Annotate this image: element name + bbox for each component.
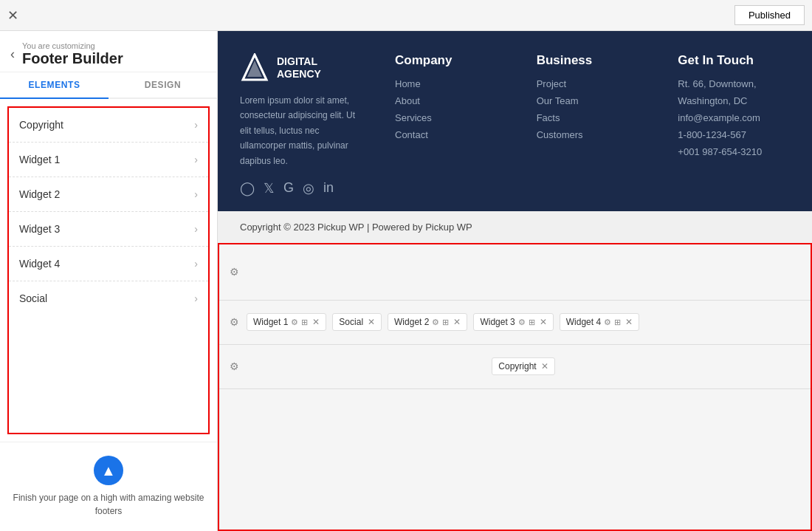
main-layout: ‹ You are customizing Footer Builder ELE…: [0, 31, 812, 531]
element-widget3[interactable]: Widget 3 ›: [9, 212, 208, 247]
facebook-icon[interactable]: ◯: [240, 180, 255, 196]
builder-row1-empty: [247, 252, 800, 292]
chip-widget1[interactable]: Widget 1 ⚙ ⊞ ✕: [247, 313, 326, 331]
tab-design[interactable]: DESIGN: [109, 72, 217, 97]
chip-social[interactable]: Social ✕: [332, 313, 382, 331]
close-button[interactable]: ✕: [7, 7, 18, 24]
chip-widget2-grid-icon[interactable]: ⊞: [442, 318, 449, 327]
footer-col-contact: Get In Touch Rt. 66, Downtown, Washingto…: [678, 53, 790, 157]
promo-icon: ▲: [94, 456, 123, 485]
link-services[interactable]: Services: [395, 112, 507, 123]
panel-footer-promo: ▲ Finish your page on a high with amazin…: [0, 442, 217, 531]
left-panel: ‹ You are customizing Footer Builder ELE…: [0, 31, 218, 531]
panel-tabs: ELEMENTS DESIGN: [0, 72, 217, 99]
chip-widget1-gear-icon[interactable]: ⚙: [291, 318, 298, 327]
chip-widget2-close-icon[interactable]: ✕: [453, 317, 461, 327]
element-widget4[interactable]: Widget 4 ›: [9, 247, 208, 281]
chevron-right-icon: ›: [194, 188, 198, 200]
copyright-text: Copyright © 2023 Pickup WP | Powered by …: [240, 222, 472, 233]
chevron-right-icon: ›: [194, 119, 198, 131]
chip-widget3-close-icon[interactable]: ✕: [540, 317, 547, 327]
panel-header-text: You are customizing Footer Builder: [22, 41, 123, 67]
footer-brand: DIGITALAGENCY Lorem ipsum dolor sit amet…: [240, 53, 365, 196]
footer-preview: DIGITALAGENCY Lorem ipsum dolor sit amet…: [218, 31, 812, 211]
footer-col-title-business: Business: [537, 53, 649, 68]
builder-row3-content: Copyright ✕: [247, 357, 800, 375]
footer-desc: Lorem ipsum dolor sit amet, consectetur …: [240, 93, 365, 168]
chip-widget1-close-icon[interactable]: ✕: [312, 317, 320, 327]
instagram-icon[interactable]: ◎: [303, 180, 314, 196]
element-widget1[interactable]: Widget 1 ›: [9, 143, 208, 177]
element-copyright[interactable]: Copyright ›: [9, 108, 208, 143]
logo-text: DIGITALAGENCY: [277, 55, 321, 80]
panel-title: Footer Builder: [22, 50, 123, 67]
row2-gear-icon[interactable]: ⚙: [230, 316, 239, 328]
link-facts[interactable]: Facts: [537, 112, 649, 123]
footer-col-company: Company Home About Services Contact: [395, 53, 507, 140]
chip-widget4-close-icon[interactable]: ✕: [625, 317, 633, 327]
chip-widget4-gear-icon[interactable]: ⚙: [604, 318, 611, 327]
chip-widget2[interactable]: Widget 2 ⚙ ⊞ ✕: [388, 313, 467, 331]
chip-copyright-close-icon[interactable]: ✕: [541, 361, 548, 371]
link-customers[interactable]: Customers: [537, 129, 649, 140]
chip-widget4-label: Widget 4: [566, 317, 601, 327]
published-button[interactable]: Published: [734, 5, 805, 25]
row3-gear-icon[interactable]: ⚙: [230, 360, 239, 372]
element-social[interactable]: Social ›: [9, 281, 208, 315]
footer-col-links-company: Home About Services Contact: [395, 78, 507, 140]
chip-widget4-grid-icon[interactable]: ⊞: [614, 318, 621, 327]
footer-logo: DIGITALAGENCY: [240, 53, 365, 83]
footer-col-business: Business Project Our Team Facts Customer…: [537, 53, 649, 140]
link-contact[interactable]: Contact: [395, 129, 507, 140]
contact-email: info@example.com: [678, 112, 790, 123]
footer-col-title-contact: Get In Touch: [678, 53, 790, 68]
row1-gear-icon[interactable]: ⚙: [230, 266, 239, 278]
top-bar: ✕ Published: [0, 0, 812, 31]
chevron-right-icon: ›: [194, 223, 198, 235]
contact-phone1: 1-800-1234-567: [678, 129, 790, 140]
twitter-icon[interactable]: 𝕏: [264, 180, 275, 196]
chip-social-label: Social: [339, 317, 363, 327]
link-project[interactable]: Project: [537, 78, 649, 89]
chip-widget1-grid-icon[interactable]: ⊞: [301, 318, 308, 327]
link-home[interactable]: Home: [395, 78, 507, 89]
builder-row-1: ⚙: [219, 244, 811, 301]
element-widget2[interactable]: Widget 2 ›: [9, 177, 208, 212]
link-about[interactable]: About: [395, 95, 507, 106]
chevron-right-icon: ›: [194, 292, 198, 304]
footer-col-title-company: Company: [395, 53, 507, 68]
chip-widget3[interactable]: Widget 3 ⚙ ⊞ ✕: [473, 313, 553, 331]
copyright-bar: Copyright © 2023 Pickup WP | Powered by …: [218, 211, 812, 243]
right-content: DIGITALAGENCY Lorem ipsum dolor sit amet…: [218, 31, 812, 531]
google-icon[interactable]: G: [283, 180, 294, 196]
builder-row2-content: Widget 1 ⚙ ⊞ ✕ Social ✕ Widget 2 ⚙ ⊞: [247, 313, 800, 331]
chip-copyright[interactable]: Copyright ✕: [492, 357, 554, 375]
elements-list: Copyright › Widget 1 › Widget 2 › Widget…: [7, 106, 210, 434]
builder-row-2: ⚙ Widget 1 ⚙ ⊞ ✕ Social ✕: [219, 301, 811, 345]
chip-copyright-label: Copyright: [498, 361, 536, 371]
builder-row-3: ⚙ Copyright ✕: [219, 345, 811, 389]
link-ourteam[interactable]: Our Team: [537, 95, 649, 106]
panel-subtitle: You are customizing: [22, 41, 123, 50]
chip-widget3-gear-icon[interactable]: ⚙: [518, 318, 526, 327]
tab-elements[interactable]: ELEMENTS: [0, 72, 109, 99]
chip-widget1-label: Widget 1: [253, 317, 288, 327]
back-button[interactable]: ‹: [10, 47, 15, 62]
chip-widget3-grid-icon[interactable]: ⊞: [529, 318, 535, 327]
chevron-right-icon: ›: [194, 258, 198, 270]
contact-address1: Rt. 66, Downtown,: [678, 78, 790, 89]
chip-widget2-label: Widget 2: [394, 317, 429, 327]
chip-widget2-gear-icon[interactable]: ⚙: [432, 318, 439, 327]
promo-text: Finish your page on a high with amazing …: [10, 491, 207, 518]
builder-area: ⚙ ⚙ Widget 1 ⚙ ⊞ ✕ Social: [218, 243, 812, 531]
chip-widget4[interactable]: Widget 4 ⚙ ⊞ ✕: [560, 313, 639, 331]
footer-top: DIGITALAGENCY Lorem ipsum dolor sit amet…: [240, 53, 790, 196]
linkedin-icon[interactable]: in: [323, 180, 334, 196]
chip-social-close-icon[interactable]: ✕: [368, 317, 375, 327]
panel-header: ‹ You are customizing Footer Builder: [0, 31, 217, 72]
footer-col-links-contact: Rt. 66, Downtown, Washington, DC info@ex…: [678, 78, 790, 157]
footer-social: ◯ 𝕏 G ◎ in: [240, 180, 365, 196]
footer-col-links-business: Project Our Team Facts Customers: [537, 78, 649, 140]
svg-marker-1: [247, 61, 262, 77]
contact-address2: Washington, DC: [678, 95, 790, 106]
